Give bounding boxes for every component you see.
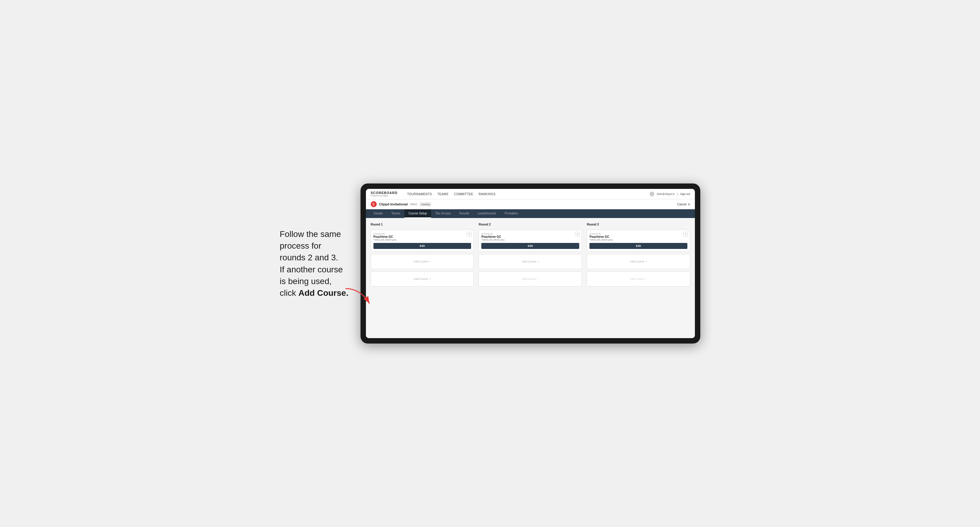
tab-course-setup[interactable]: Course Setup — [404, 209, 431, 218]
event-gender: (Men) — [410, 203, 417, 206]
instruction-line1: Follow the same — [280, 229, 341, 239]
round-1-add-course-1[interactable]: Add Course + — [371, 254, 474, 269]
round-3-delete-button[interactable]: ✕ — [683, 232, 688, 237]
round-1-course-card: ✕ (Course A) Peachtree GC Yellow (M) (66… — [371, 230, 474, 252]
sub-header: C Clippd Invitational (Men) Hosting Canc… — [366, 199, 695, 209]
round-3-add-course-2: Add Course + — [587, 271, 690, 286]
pipe-separator: | — [677, 192, 678, 195]
logo-area: SCOREBOARD Powered by clippd — [371, 191, 398, 197]
round-3-edit-button[interactable]: Edit — [589, 243, 687, 249]
rounds-grid: Round 1 ✕ (Course A) Peachtree GC Yellow… — [371, 223, 690, 286]
round-3-add-course-1[interactable]: Add Course + — [587, 254, 690, 269]
user-area: blair@clippd.io | Sign out — [649, 192, 690, 196]
nav-teams[interactable]: TEAMS — [438, 192, 449, 196]
user-avatar — [649, 192, 654, 196]
round-3-course-details: Yellow (M) (6629 yds) — [589, 238, 687, 241]
instruction-line6: click — [280, 288, 298, 298]
round-2-add-course-1[interactable]: Add Course + — [479, 254, 582, 269]
tab-details[interactable]: Details — [369, 209, 387, 218]
round-3-course-name: Peachtree GC — [589, 235, 687, 238]
plus-icon-1: + — [429, 260, 431, 263]
instruction-line5: is being used, — [280, 276, 332, 286]
round-1-delete-button[interactable]: ✕ — [467, 232, 472, 237]
round-3-add-course-label-1: Add Course + — [630, 260, 647, 263]
round-3-course-label: (Course A) — [589, 232, 687, 235]
close-icon: ✕ — [688, 203, 690, 206]
nav-committee[interactable]: COMMITTEE — [454, 192, 474, 196]
plus-icon-6: + — [645, 278, 647, 281]
logo-text: SCOREBOARD — [371, 191, 398, 195]
round-3-column: Round 3 ✕ (Course A) Peachtree GC Yellow… — [587, 223, 690, 286]
tab-results[interactable]: Results — [455, 209, 474, 218]
round-1-add-course-2[interactable]: Add Course + — [371, 271, 474, 286]
plus-icon-4: + — [537, 278, 539, 281]
round-2-add-course-label-2: Add Course + — [522, 278, 539, 281]
top-nav: SCOREBOARD Powered by clippd TOURNAMENTS… — [366, 189, 695, 199]
tab-tee-groups[interactable]: Tee Groups — [431, 209, 455, 218]
round-2-course-name: Peachtree GC — [481, 235, 579, 238]
round-2-course-card: ✕ (Course A) Peachtree GC Yellow (M) (66… — [479, 230, 582, 252]
round-1-add-course-label-1: Add Course + — [414, 260, 431, 263]
user-email: blair@clippd.io — [657, 192, 675, 195]
round-3-add-course-label-2: Add Course + — [630, 278, 647, 281]
instruction-bold: Add Course. — [298, 288, 348, 298]
sign-out-link[interactable]: Sign out — [680, 192, 690, 195]
cancel-button[interactable]: Cancel ✕ — [677, 203, 690, 206]
round-3-header: Round 3 — [587, 223, 690, 226]
tab-printables[interactable]: Printables — [501, 209, 522, 218]
hosting-badge: Hosting — [420, 202, 431, 206]
logo-sub: Powered by clippd — [371, 195, 398, 197]
plus-icon-5: + — [645, 260, 647, 263]
tab-leaderboards[interactable]: Leaderboards — [474, 209, 501, 218]
round-1-course-name: Peachtree GC — [374, 235, 471, 238]
instruction-line2: process for — [280, 241, 321, 251]
round-2-course-label: (Course A) — [481, 232, 579, 235]
tablet: SCOREBOARD Powered by clippd TOURNAMENTS… — [361, 184, 700, 343]
round-1-edit-button[interactable]: Edit — [374, 243, 471, 249]
instruction-line3: rounds 2 and 3. — [280, 253, 338, 262]
round-1-column: Round 1 ✕ (Course A) Peachtree GC Yellow… — [371, 223, 474, 286]
round-1-add-course-label-2: Add Course + — [414, 278, 431, 281]
round-1-course-details: Yellow (M) (6629 yds) — [374, 238, 471, 241]
plus-icon-2: + — [429, 278, 431, 281]
tab-teams[interactable]: Teams — [387, 209, 404, 218]
tabs-bar: Details Teams Course Setup Tee Groups Re… — [366, 209, 695, 218]
round-2-edit-button[interactable]: Edit — [481, 243, 579, 249]
event-logo: C — [371, 201, 377, 207]
round-2-course-details: Yellow (M) (6629 yds) — [481, 238, 579, 241]
round-2-column: Round 2 ✕ (Course A) Peachtree GC Yellow… — [479, 223, 582, 286]
main-content: Round 1 ✕ (Course A) Peachtree GC Yellow… — [366, 218, 695, 338]
round-3-course-card: ✕ (Course A) Peachtree GC Yellow (M) (66… — [587, 230, 690, 252]
round-2-header: Round 2 — [479, 223, 582, 226]
event-name: Clippd Invitational — [379, 202, 408, 206]
round-2-add-course-2: Add Course + — [479, 271, 582, 286]
event-info: C Clippd Invitational (Men) Hosting — [371, 201, 431, 207]
nav-rankings[interactable]: RANKINGS — [479, 192, 495, 196]
page-wrapper: Follow the same process for rounds 2 and… — [280, 184, 700, 343]
plus-icon-3: + — [537, 260, 539, 263]
instruction-line4: If another course — [280, 265, 343, 274]
round-2-add-course-label-1: Add Course + — [522, 260, 539, 263]
round-1-course-label: (Course A) — [374, 232, 471, 235]
instruction-text: Follow the same process for rounds 2 and… — [280, 228, 348, 299]
nav-links: TOURNAMENTS TEAMS COMMITTEE RANKINGS — [407, 192, 642, 196]
nav-tournaments[interactable]: TOURNAMENTS — [407, 192, 432, 196]
tablet-screen: SCOREBOARD Powered by clippd TOURNAMENTS… — [366, 189, 695, 338]
round-2-delete-button[interactable]: ✕ — [575, 232, 580, 237]
round-1-header: Round 1 — [371, 223, 474, 226]
